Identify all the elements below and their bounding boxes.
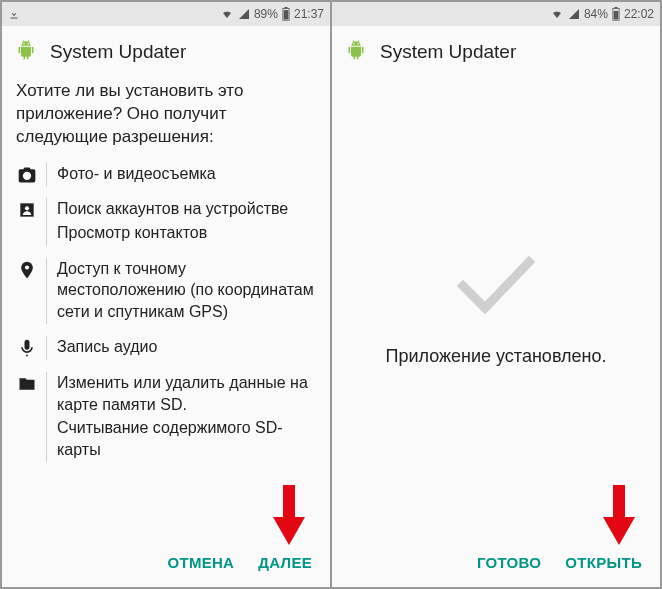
checkmark-icon <box>457 254 535 318</box>
app-header: System Updater <box>2 26 330 80</box>
svg-point-16 <box>357 43 358 44</box>
status-bar: 84% 22:02 <box>332 2 660 26</box>
permission-item: Доступ к точному местоположению (по коор… <box>16 252 316 331</box>
permission-item: Изменить или удалить данные на карте пам… <box>16 366 316 468</box>
permission-text: Запись аудио <box>57 336 316 360</box>
next-button[interactable]: ДАЛЕЕ <box>258 554 312 571</box>
install-prompt: Хотите ли вы установить это приложение? … <box>2 80 330 157</box>
location-icon <box>16 258 38 280</box>
app-header: System Updater <box>332 26 660 80</box>
signal-icon <box>238 8 250 20</box>
app-title: System Updater <box>380 41 516 63</box>
wifi-icon <box>220 8 234 20</box>
svg-point-9 <box>25 265 29 269</box>
permission-text: Фото- и видеосъемка <box>57 163 316 187</box>
signal-icon <box>568 8 580 20</box>
footer-left: ОТМЕНА ДАЛЕЕ <box>2 540 330 587</box>
phone-left: 89% 21:37 System Updater Хотите ли вы ус… <box>1 1 331 588</box>
battery-icon <box>612 7 620 21</box>
svg-rect-11 <box>614 7 617 9</box>
app-title: System Updater <box>50 41 186 63</box>
installed-body: Приложение установлено. <box>332 80 660 540</box>
svg-point-6 <box>27 43 28 44</box>
svg-rect-3 <box>22 40 24 43</box>
mic-icon <box>16 336 38 358</box>
camera-icon <box>16 163 38 185</box>
svg-rect-2 <box>284 10 289 19</box>
wifi-icon <box>550 8 564 20</box>
cancel-button[interactable]: ОТМЕНА <box>167 554 234 571</box>
svg-rect-14 <box>358 40 360 43</box>
status-time: 21:37 <box>294 7 324 21</box>
installed-message: Приложение установлено. <box>386 346 607 367</box>
svg-rect-13 <box>352 40 354 43</box>
android-icon <box>16 39 36 65</box>
svg-point-5 <box>23 43 24 44</box>
battery-percent: 89% <box>254 7 278 21</box>
phone-right: 84% 22:02 System Updater Приложение уста… <box>331 1 661 588</box>
download-icon <box>8 8 20 20</box>
permission-item: Поиск аккаунтов на устройствеПросмотр ко… <box>16 192 316 251</box>
open-button[interactable]: ОТКРЫТЬ <box>565 554 642 571</box>
status-time: 22:02 <box>624 7 654 21</box>
svg-rect-4 <box>28 40 30 43</box>
permission-text: Доступ к точному местоположению (по коор… <box>57 258 316 325</box>
permission-text: Изменить или удалить данные на карте пам… <box>57 372 316 462</box>
permissions-list[interactable]: Фото- и видеосъемкаПоиск аккаунтов на ус… <box>2 157 330 540</box>
svg-rect-12 <box>614 11 619 20</box>
done-button[interactable]: ГОТОВО <box>477 554 541 571</box>
permission-text: Поиск аккаунтов на устройствеПросмотр ко… <box>57 198 316 245</box>
svg-rect-1 <box>284 7 287 9</box>
status-bar: 89% 21:37 <box>2 2 330 26</box>
footer-right: ГОТОВО ОТКРЫТЬ <box>332 540 660 587</box>
battery-icon <box>282 7 290 21</box>
battery-percent: 84% <box>584 7 608 21</box>
svg-point-15 <box>353 43 354 44</box>
contacts-icon <box>16 198 38 220</box>
permission-item: Фото- и видеосъемка <box>16 157 316 193</box>
folder-icon <box>16 372 38 394</box>
permission-item: Запись аудио <box>16 330 316 366</box>
svg-point-8 <box>25 207 29 211</box>
android-icon <box>346 39 366 65</box>
svg-point-7 <box>25 173 30 178</box>
